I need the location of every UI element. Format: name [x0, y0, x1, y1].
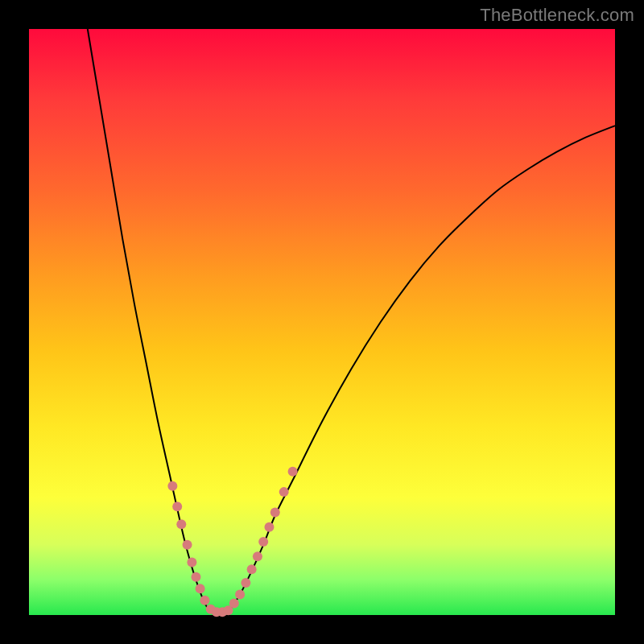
chart-frame: TheBottleneck.com — [0, 0, 644, 644]
left-curve — [88, 29, 211, 612]
data-marker — [229, 598, 239, 608]
data-marker — [167, 481, 177, 491]
data-marker — [253, 551, 262, 561]
data-marker — [288, 467, 298, 477]
data-marker — [264, 522, 274, 532]
data-marker — [191, 572, 200, 582]
data-marker — [270, 508, 280, 518]
data-marker — [176, 519, 186, 529]
marker-group — [167, 467, 297, 617]
data-marker — [241, 578, 250, 588]
data-marker — [172, 502, 182, 511]
data-marker — [183, 540, 192, 550]
data-marker — [235, 590, 245, 600]
plot-area — [29, 29, 615, 615]
data-marker — [258, 537, 268, 547]
data-marker — [200, 596, 209, 605]
data-marker — [279, 487, 289, 497]
data-marker — [247, 564, 257, 574]
watermark-text: TheBottleneck.com — [480, 5, 634, 26]
chart-svg — [29, 29, 615, 615]
data-marker — [187, 557, 196, 567]
data-marker — [196, 584, 205, 593]
right-curve — [229, 126, 615, 612]
